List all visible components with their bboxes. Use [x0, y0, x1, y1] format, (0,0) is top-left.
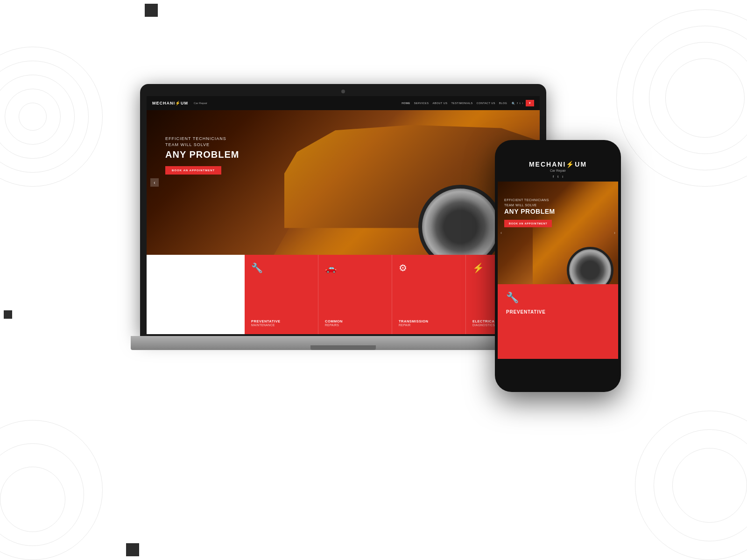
service-card-preventative[interactable]: PREVENTATIVE MAINTENANCE [245, 255, 318, 334]
gear-icon [399, 262, 459, 273]
devices-container: MECHANI⚡UM Car Repair HOME SERVICES ABOU… [117, 47, 630, 513]
main-content: MECHANI⚡UM Car Repair HOME SERVICES ABOU… [0, 0, 747, 560]
hero-cta-button[interactable]: BOOK AN APPOINTMENT [165, 166, 221, 175]
phone-top-bar: MECHANI⚡UM Car Repair f t i [498, 157, 618, 182]
nav-link-services[interactable]: SERVICES [414, 102, 429, 105]
dropdown-icon: ▾ [529, 101, 531, 105]
phone-notch [539, 147, 577, 155]
mockup-services: PREVENTATIVE MAINTENANCE COMMON REPAIRS [147, 255, 540, 334]
phone-hero-text: EFFICIENT TECHNICIANS TEAM WILL SOLVE AN… [504, 198, 555, 227]
nav-link-blog[interactable]: BLOG [499, 102, 507, 105]
service-name-common: COMMON REPAIRS [325, 319, 385, 327]
mockup-hero: ‹ EFFICIENT TECHNICIANS TEAM WILL SOLVE … [147, 110, 540, 255]
mockup-navbar: MECHANI⚡UM Car Repair HOME SERVICES ABOU… [147, 96, 540, 110]
laptop-base [131, 336, 556, 350]
nav-link-home[interactable]: HOME [402, 102, 410, 105]
hero-prev-button[interactable]: ‹ [150, 178, 159, 187]
service-card-common[interactable]: COMMON REPAIRS [318, 255, 392, 334]
mockup-nav-icons: 🔍 f t i [512, 102, 523, 105]
hero-title: ANY PROBLEM [165, 149, 239, 160]
phone-subtitle-2: TEAM WILL SOLVE [504, 203, 537, 207]
phone-hero-title: ANY PROBLEM [504, 208, 555, 215]
laptop-camera [341, 90, 345, 93]
mockup-logo: MECHANI⚡UM [152, 101, 188, 105]
laptop-screen-outer: MECHANI⚡UM Car Repair HOME SERVICES ABOU… [140, 84, 546, 336]
hero-subtitle-line1: EFFICIENT TECHNICIANS [165, 136, 226, 141]
phone-instagram-icon[interactable]: i [562, 175, 563, 179]
search-icon[interactable]: 🔍 [512, 102, 515, 105]
phone-service-card[interactable]: PREVENTATIVE [498, 284, 618, 359]
website-mockup: MECHANI⚡UM Car Repair HOME SERVICES ABOU… [147, 96, 540, 334]
car-icon [325, 262, 385, 273]
laptop-screen: MECHANI⚡UM Car Repair HOME SERVICES ABOU… [147, 96, 540, 334]
phone-facebook-icon[interactable]: f [553, 175, 554, 179]
dropdown-button[interactable]: ▾ [526, 100, 534, 106]
wrench-icon [251, 262, 311, 273]
phone-logo: MECHANI⚡UM [529, 161, 587, 168]
phone-wrench-icon [506, 292, 610, 304]
service-card-white [147, 255, 245, 334]
service-name-transmission: TRANSMISSION REPAIR [399, 319, 459, 327]
hero-subtitle-line2: TEAM WILL SOLVE [165, 142, 210, 147]
phone-subtitle-1: EFFICIENT TECHNICIANS [504, 198, 549, 202]
phone-next-arrow-icon: › [614, 231, 615, 235]
service-name-preventative: PREVENTATIVE MAINTENANCE [251, 319, 311, 327]
phone-twitter-icon[interactable]: t [557, 175, 558, 179]
facebook-icon[interactable]: f [517, 102, 518, 105]
phone-hero-subtitle: EFFICIENT TECHNICIANS TEAM WILL SOLVE [504, 198, 555, 208]
phone-social-icons: f t i [553, 175, 563, 179]
nav-link-testimonials[interactable]: TESTIMONIALS [451, 102, 472, 105]
nav-link-contact[interactable]: CONTACT US [477, 102, 495, 105]
phone-hero-cta-button[interactable]: BOOK AN APPOINTMENT [504, 220, 552, 227]
phone-logo-icon: ⚡ [566, 161, 575, 168]
phone-next-button[interactable]: › [614, 231, 615, 235]
phone-prev-arrow-icon: ‹ [500, 231, 502, 235]
laptop-device: MECHANI⚡UM Car Repair HOME SERVICES ABOU… [140, 84, 546, 373]
logo-icon: ⚡ [175, 101, 181, 105]
hero-subtitle: EFFICIENT TECHNICIANS TEAM WILL SOLVE [165, 136, 239, 147]
instagram-icon[interactable]: i [522, 102, 523, 105]
service-card-transmission[interactable]: TRANSMISSION REPAIR [392, 255, 466, 334]
phone-tagline: Car Repair [550, 169, 566, 172]
phone-prev-button[interactable]: ‹ [500, 231, 502, 235]
phone-hero: ‹ › EFFICIENT TECHNICIANS TEAM WILL SOLV… [498, 182, 618, 284]
nav-link-about[interactable]: ABOUT US [432, 102, 447, 105]
phone-device: MECHANI⚡UM Car Repair f t i ‹ [495, 140, 621, 392]
twitter-icon[interactable]: t [520, 102, 521, 105]
prev-arrow-icon: ‹ [154, 180, 155, 185]
phone-screen: MECHANI⚡UM Car Repair f t i ‹ [498, 157, 618, 385]
laptop-body: MECHANI⚡UM Car Repair HOME SERVICES ABOU… [140, 84, 546, 350]
mockup-tagline: Car Repair [194, 102, 207, 105]
mockup-nav-links: HOME SERVICES ABOUT US TESTIMONIALS CONT… [402, 102, 507, 105]
phone-service-name: PREVENTATIVE [506, 309, 610, 315]
hero-text: EFFICIENT TECHNICIANS TEAM WILL SOLVE AN… [165, 136, 239, 175]
